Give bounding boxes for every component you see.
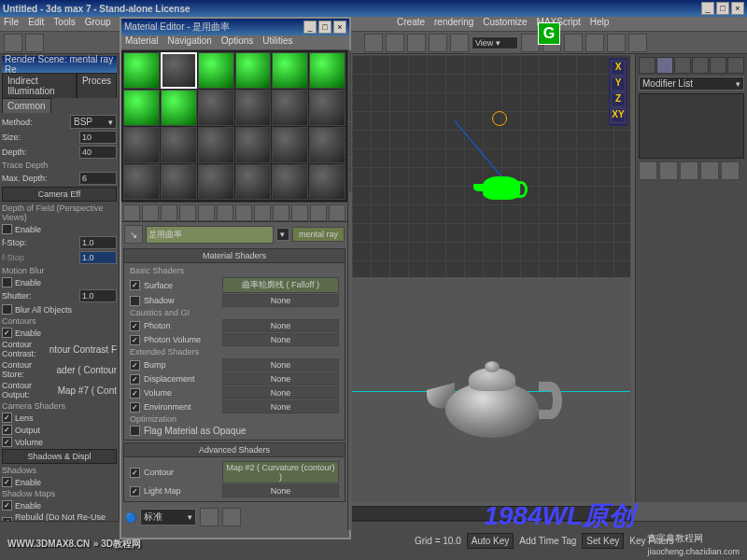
axis-y-button[interactable]: Y xyxy=(611,77,626,91)
motion-tab-icon[interactable] xyxy=(692,57,709,74)
sample-type-icon[interactable] xyxy=(349,51,351,68)
mat-slot-20[interactable] xyxy=(161,164,197,201)
lightmap-map-button[interactable]: None xyxy=(222,484,339,497)
backlight-icon[interactable] xyxy=(349,69,351,86)
mat-max-button[interactable]: □ xyxy=(318,21,331,34)
plugin-icon[interactable]: G xyxy=(538,22,560,45)
env-map-button[interactable]: None xyxy=(222,400,339,413)
snap-button[interactable] xyxy=(521,34,540,52)
mat-menu-nav[interactable]: Navigation xyxy=(168,35,212,49)
mat-slot-19[interactable] xyxy=(123,164,160,201)
setkey-button[interactable]: Set Key xyxy=(582,533,624,549)
close-button[interactable]: × xyxy=(731,2,744,15)
modifier-stack[interactable] xyxy=(639,93,744,159)
maximize-button[interactable]: □ xyxy=(716,2,729,15)
video-check-icon[interactable] xyxy=(349,122,351,139)
undo-button[interactable] xyxy=(4,34,22,52)
mat-nav2-icon[interactable] xyxy=(222,508,241,526)
layers-button[interactable] xyxy=(585,34,604,52)
mat-slot-2[interactable] xyxy=(161,52,197,89)
mat-slot-17[interactable] xyxy=(272,127,308,163)
light-gizmo-icon[interactable] xyxy=(492,111,507,126)
mat-slot-1[interactable] xyxy=(123,52,160,89)
mat-slot-14[interactable] xyxy=(161,127,197,163)
modifier-list-dropdown[interactable]: Modifier List▾ xyxy=(639,77,744,91)
mat-slot-13[interactable] xyxy=(123,127,160,163)
contour-map-button[interactable]: Map #2 ( Curvature (contour) ) xyxy=(222,461,339,483)
mat-slot-6[interactable] xyxy=(309,52,345,89)
create-tab-icon[interactable] xyxy=(639,57,655,74)
menu-rendering[interactable]: rendering xyxy=(434,17,473,31)
rollout-material-shaders[interactable]: Material Shaders xyxy=(124,249,345,263)
assign-mat-icon[interactable] xyxy=(161,204,177,221)
surface-check[interactable] xyxy=(130,280,140,290)
render-button[interactable] xyxy=(628,34,647,52)
redo-button[interactable] xyxy=(25,34,44,52)
axis-xy-button[interactable]: XY xyxy=(611,108,626,123)
mat-name-dropdown[interactable]: ▾ xyxy=(276,228,289,241)
uv-tile-icon[interactable] xyxy=(349,105,351,121)
env-check[interactable] xyxy=(130,402,140,413)
background-icon[interactable] xyxy=(349,87,351,104)
mat-close-button[interactable]: × xyxy=(333,21,346,34)
put-lib-icon[interactable] xyxy=(235,204,252,221)
select-button[interactable] xyxy=(386,34,404,52)
vol-map-button[interactable]: None xyxy=(222,386,339,399)
select-by-mat-icon[interactable] xyxy=(349,175,351,192)
disp-check[interactable] xyxy=(130,374,140,385)
utility-tab-icon[interactable] xyxy=(727,57,744,74)
move-button[interactable] xyxy=(407,34,426,52)
show-result-icon[interactable] xyxy=(291,204,308,221)
display-tab-icon[interactable] xyxy=(710,57,726,74)
scale-button[interactable] xyxy=(450,34,469,52)
mat-menu-material[interactable]: Material xyxy=(125,35,159,49)
menu-create[interactable]: Create xyxy=(397,17,425,31)
contours-enable-check[interactable] xyxy=(2,328,12,338)
rollout-advanced-shaders[interactable]: Advanced Shaders xyxy=(124,443,345,457)
goto-parent-icon[interactable] xyxy=(310,204,327,221)
mat-menu-options[interactable]: Options xyxy=(221,35,253,49)
mat-slot-11[interactable] xyxy=(272,90,308,126)
autokey-button[interactable]: Auto Key xyxy=(467,533,514,549)
photon-check[interactable] xyxy=(130,321,140,331)
mat-slot-4[interactable] xyxy=(235,52,272,89)
modify-tab-icon[interactable] xyxy=(656,57,673,74)
copy-mat-icon[interactable] xyxy=(198,204,215,221)
teapot-3d[interactable] xyxy=(427,354,557,447)
menu-group[interactable]: Group xyxy=(85,17,111,31)
mat-slot-21[interactable] xyxy=(198,164,234,201)
get-mat-icon[interactable] xyxy=(123,204,140,221)
contour-check[interactable] xyxy=(130,468,140,478)
material-type-button[interactable]: mental ray xyxy=(292,227,345,242)
teapot-top-icon[interactable] xyxy=(483,176,520,200)
mat-slot-23[interactable] xyxy=(272,164,308,201)
mat-slot-7[interactable] xyxy=(123,90,160,126)
material-name-field[interactable]: 是用曲率 xyxy=(146,226,274,244)
menu-customize[interactable]: Customize xyxy=(483,17,527,31)
mat-slot-15[interactable] xyxy=(198,127,234,163)
show-result-stack-icon[interactable] xyxy=(659,161,678,180)
tab-common[interactable]: Common xyxy=(2,98,51,113)
std-dropdown[interactable]: 标准▾ xyxy=(140,509,196,525)
tab-process[interactable]: Proces xyxy=(77,73,117,98)
menu-help[interactable]: Help xyxy=(590,17,610,31)
preview-icon[interactable] xyxy=(349,140,351,157)
viewport-top[interactable] xyxy=(351,54,631,278)
surface-map-button[interactable]: 曲率轮廓线 ( Falloff ) xyxy=(222,277,339,293)
viewport-perspective[interactable] xyxy=(351,278,631,502)
minimize-button[interactable]: _ xyxy=(701,2,714,15)
mat-slot-5[interactable] xyxy=(272,52,308,89)
shadow-map-button[interactable]: None xyxy=(222,294,339,307)
mat-nav1-icon[interactable] xyxy=(200,508,218,526)
menu-tools[interactable]: Tools xyxy=(53,17,75,31)
photonvol-map-button[interactable]: None xyxy=(222,333,339,346)
mat-slot-24[interactable] xyxy=(309,164,345,201)
show-map-icon[interactable] xyxy=(273,204,289,221)
menu-file[interactable]: File xyxy=(4,17,19,31)
size-spinner[interactable]: 10 xyxy=(79,131,117,144)
unique-stack-icon[interactable] xyxy=(680,161,698,180)
put-mat-icon[interactable] xyxy=(142,204,159,221)
mat-slot-9[interactable] xyxy=(198,90,234,126)
mat-effects-icon[interactable] xyxy=(254,204,271,221)
remove-mod-icon[interactable] xyxy=(700,161,719,180)
